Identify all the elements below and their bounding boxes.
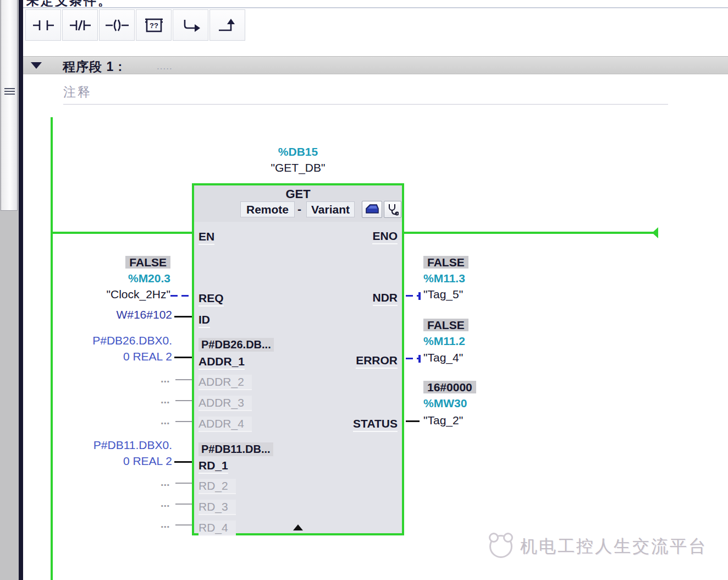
network-comment[interactable]: 注释 — [63, 84, 92, 101]
pin-status[interactable]: STATUS — [353, 417, 398, 432]
ndr-address[interactable]: %M11.3 — [423, 272, 465, 285]
operand-placeholder-rd2[interactable]: ... — [161, 476, 170, 489]
instance-db-name[interactable]: "GET_DB" — [192, 161, 404, 174]
left-scrollbar-thumb[interactable] — [1, 0, 18, 211]
pin-addr1-value-box[interactable]: P#DB26.DB... — [198, 338, 274, 352]
pin-error[interactable]: ERROR — [356, 353, 398, 369]
wire-req — [170, 295, 192, 297]
get-block[interactable]: GET Remote - Variant EN REQ ID P#DB26.DB… — [192, 183, 404, 535]
network-title-placeholder[interactable]: ..... — [157, 61, 173, 72]
ladder-favorites-toolbar: ?? — [25, 9, 245, 41]
close-branch-icon — [218, 18, 238, 33]
pin-addr1[interactable]: ADDR_1 — [198, 354, 245, 370]
mode-separator: - — [297, 203, 301, 216]
error-tag[interactable]: "Tag_4" — [423, 351, 463, 364]
mode-selector-variant[interactable]: Variant — [306, 201, 355, 217]
clipped-status-label: 未定义条件。 — [26, 0, 301, 7]
panel-splitter[interactable] — [19, 0, 23, 580]
pin-en[interactable]: EN — [198, 229, 214, 245]
open-branch-button[interactable] — [173, 9, 208, 41]
divider — [63, 104, 668, 105]
contact-open-icon — [32, 18, 54, 33]
req-monitor-value: FALSE — [125, 256, 170, 269]
operand-placeholder-addr3[interactable]: ... — [161, 393, 170, 406]
req-address[interactable]: %M20.3 — [128, 272, 170, 285]
open-block-icon — [365, 204, 380, 216]
rd1-pointer-line2[interactable]: 0 REAL 2 — [123, 455, 172, 468]
operand-placeholder-rd4[interactable]: ... — [161, 518, 170, 530]
status-tag[interactable]: "Tag_2" — [423, 414, 463, 427]
divider — [23, 7, 728, 8]
wire-error-tick — [418, 355, 421, 363]
pin-rd1-value-box[interactable]: P#DB11.DB... — [198, 442, 273, 456]
error-address[interactable]: %M11.2 — [423, 335, 465, 348]
pin-rd1[interactable]: RD_1 — [198, 458, 228, 474]
grip-icon — [4, 88, 15, 96]
status-address[interactable]: %MW30 — [423, 397, 467, 410]
pin-eno[interactable]: ENO — [372, 229, 398, 244]
rung-wire-in[interactable] — [51, 232, 193, 234]
network-title[interactable]: 程序段 1 : — [63, 58, 123, 75]
addr1-pointer-line2[interactable]: 0 REAL 2 — [123, 350, 172, 363]
req-tag[interactable]: "Clock_2Hz" — [107, 288, 170, 301]
instance-db-address[interactable]: %DB15 — [192, 145, 404, 158]
open-branch-icon — [181, 18, 201, 33]
pin-rd4[interactable]: RD_4 — [198, 521, 236, 536]
wire-ndr — [406, 295, 420, 297]
wire-status — [406, 420, 420, 422]
operand-placeholder-addr2[interactable]: ... — [161, 373, 170, 385]
pin-id[interactable]: ID — [198, 313, 210, 328]
wire-rd4 — [175, 524, 192, 526]
id-operand[interactable]: W#16#102 — [116, 308, 172, 321]
wire-addr1 — [174, 357, 192, 358]
wire-addr4 — [175, 421, 192, 422]
power-rail — [51, 117, 53, 580]
pin-ndr[interactable]: NDR — [373, 291, 398, 306]
addr1-pointer-line1[interactable]: P#DB26.DBX0. — [92, 334, 172, 347]
close-branch-button[interactable] — [209, 9, 245, 41]
contact-closed-icon — [69, 18, 91, 33]
ndr-tag[interactable]: "Tag_5" — [423, 288, 463, 301]
mode-selector-remote[interactable]: Remote — [240, 201, 295, 217]
diagnostics-button[interactable] — [384, 201, 401, 218]
pin-addr4[interactable]: ADDR_4 — [198, 417, 252, 432]
operand-placeholder-addr4[interactable]: ... — [161, 414, 170, 427]
contact-closed-button[interactable] — [62, 9, 98, 41]
empty-box-icon: ?? — [143, 17, 165, 34]
pin-addr3[interactable]: ADDR_3 — [198, 396, 252, 411]
stethoscope-icon — [387, 203, 399, 216]
coil-icon — [105, 18, 129, 33]
rung-end-arrow-icon — [652, 227, 658, 238]
pin-rd2[interactable]: RD_2 — [198, 479, 236, 494]
collapse-triangle-icon[interactable] — [31, 62, 42, 69]
wire-addr3 — [175, 400, 192, 401]
open-block-button[interactable] — [362, 201, 382, 218]
svg-text:??: ?? — [150, 21, 158, 30]
error-monitor-value: FALSE — [423, 319, 468, 332]
empty-box-button[interactable]: ?? — [136, 9, 172, 41]
block-title[interactable]: GET — [194, 187, 402, 201]
wire-rd1 — [174, 461, 192, 463]
ladder-editor-canvas: 未定义条件。 ?? — [0, 0, 728, 580]
ndr-monitor-value: FALSE — [423, 256, 468, 269]
wire-rd3 — [175, 504, 192, 505]
wire-addr2 — [175, 379, 192, 380]
wire-rd2 — [175, 483, 192, 484]
clipped-status-text: 未定义条件。 — [26, 0, 301, 7]
watermark-text: 机电工控人生交流平台 — [520, 535, 707, 558]
rung-wire-out[interactable] — [403, 232, 654, 234]
block-collapse-triangle-icon[interactable] — [293, 524, 303, 530]
wire-ndr-tick — [418, 292, 421, 300]
left-scrollbar-track[interactable] — [0, 0, 19, 580]
network-header[interactable]: 程序段 1 : ..... — [23, 56, 728, 74]
pin-req[interactable]: REQ — [198, 291, 224, 307]
contact-open-button[interactable] — [25, 9, 61, 41]
watermark-logo-icon — [489, 535, 512, 558]
operand-placeholder-rd3[interactable]: ... — [161, 497, 170, 510]
wire-id — [174, 316, 192, 318]
pin-addr2[interactable]: ADDR_2 — [198, 375, 252, 390]
rd1-pointer-line1[interactable]: P#DB11.DBX0. — [93, 439, 172, 452]
pin-rd3[interactable]: RD_3 — [198, 500, 236, 515]
wire-error — [406, 358, 420, 359]
coil-button[interactable] — [99, 9, 135, 41]
